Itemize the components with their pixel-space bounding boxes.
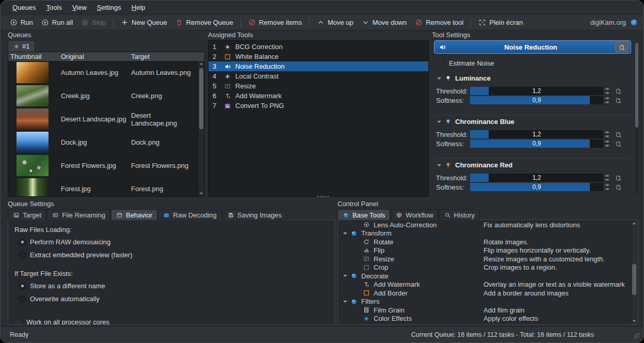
fullscreen-button[interactable]: Plein écran	[474, 17, 527, 28]
queues-scrollbar[interactable]	[198, 61, 204, 196]
scroll-down-arrow-icon[interactable]	[198, 191, 204, 196]
tool-reset-button[interactable]	[615, 42, 629, 52]
remove-items-button[interactable]: Remove items	[244, 17, 306, 28]
spinbox-arrows[interactable]	[604, 174, 610, 182]
remove-queue-button[interactable]: Remove Queue	[171, 17, 237, 28]
menu-item-settings[interactable]: Settings	[92, 2, 126, 13]
spin-up-icon[interactable]	[604, 139, 610, 144]
param-slider[interactable]: 1,2	[470, 130, 603, 138]
tab-workflow[interactable]: Workflow	[391, 209, 438, 220]
scrollbar-thumb[interactable]	[632, 264, 636, 295]
spin-down-icon[interactable]	[604, 144, 610, 148]
tree-item-add-watermark[interactable]: Add WatermarkOverlay an image or text as…	[339, 280, 631, 289]
spinbox-arrows[interactable]	[604, 130, 610, 138]
menu-item-help[interactable]: Help	[127, 2, 150, 13]
scrollbar-thumb[interactable]	[635, 43, 638, 128]
scroll-up-arrow-icon[interactable]	[631, 221, 637, 226]
tree-item-resize[interactable]: ResizeResize images with a customized le…	[339, 255, 631, 263]
scroll-up-arrow-icon[interactable]	[198, 61, 204, 67]
section-header[interactable]: Luminance	[437, 74, 631, 82]
move-up-button[interactable]: Move up	[313, 17, 358, 28]
tab-target[interactable]: Target	[8, 209, 46, 220]
tab-base-tools[interactable]: Base Tools	[337, 209, 390, 220]
assigned-tool-local-contrast[interactable]: 4Local Contrast	[208, 71, 428, 81]
resize-grip-icon[interactable]	[634, 333, 640, 339]
radio-button[interactable]	[19, 283, 26, 290]
tool-settings-scrollbar[interactable]	[635, 43, 638, 194]
queue-tab-1[interactable]: #1	[8, 40, 35, 52]
remove-tool-button[interactable]: Remove tool	[411, 17, 468, 28]
tab-label: Saving Images	[237, 211, 282, 219]
table-row[interactable]: Forest Flowers.jpgForest Flowers.png	[8, 154, 198, 177]
table-row[interactable]: Desert Landscape.jpgDesert Landscape.png	[8, 107, 198, 131]
assigned-tool-noise-reduction[interactable]: 3Noise Reduction	[208, 61, 428, 71]
splitter-handle[interactable]	[316, 195, 330, 198]
tab-history[interactable]: History	[439, 209, 480, 220]
spin-down-icon[interactable]	[604, 187, 610, 191]
tree-group-decorate[interactable]: Decorate	[339, 272, 631, 280]
spin-down-icon[interactable]	[604, 134, 610, 138]
menu-item-queues[interactable]: Queues	[8, 2, 41, 13]
tab-raw-decoding[interactable]: Raw Decoding	[158, 209, 222, 220]
spin-down-icon[interactable]	[604, 91, 610, 95]
tree-item-lens-auto-correction[interactable]: Lens Auto-CorrectionFix automatically le…	[339, 221, 631, 229]
control-panel-scrollbar[interactable]	[631, 221, 637, 324]
move-down-button[interactable]: Move down	[358, 17, 411, 28]
spin-down-icon[interactable]	[604, 100, 610, 104]
table-row[interactable]: Forest.jpgForest.png	[8, 177, 198, 196]
tree-item-rotate[interactable]: RotateRotate images.	[339, 238, 631, 246]
spinbox-arrows[interactable]	[604, 183, 610, 191]
tab-behavior[interactable]: Behavior	[111, 209, 157, 220]
tree-group-transform[interactable]: Transform	[339, 229, 631, 238]
param-slider[interactable]: 0,9	[470, 96, 603, 104]
tree-item-add-border[interactable]: Add BorderAdd a border around images	[339, 289, 631, 298]
assigned-tool-add-watermark[interactable]: 6Add Watermark	[208, 91, 428, 101]
tree-item-film-grain[interactable]: Film GrainAdd film grain	[339, 306, 631, 315]
param-slider[interactable]: 1,2	[470, 87, 603, 95]
param-slider[interactable]: 0,9	[470, 183, 603, 191]
watermark-icon	[224, 92, 231, 100]
spinbox-arrows[interactable]	[604, 139, 610, 148]
estimate-noise-checkbox[interactable]	[437, 59, 445, 67]
menu-item-tools[interactable]: Tools	[42, 2, 67, 13]
spinbox-arrows[interactable]	[604, 96, 610, 104]
table-row[interactable]: Creek.jpgCreek.png	[8, 84, 198, 107]
section-header[interactable]: Chrominance Red	[437, 161, 631, 169]
run-button[interactable]: Run	[6, 17, 37, 28]
assigned-tool-convert-to-png[interactable]: 7Convert To PNG	[208, 101, 428, 111]
new-queue-button[interactable]: New Queue	[117, 17, 171, 28]
tree-item-crop[interactable]: CropCrop images to a region.	[339, 263, 631, 272]
spin-up-icon[interactable]	[604, 96, 610, 100]
spin-down-icon[interactable]	[604, 178, 610, 182]
assigned-tool-bcg-correction[interactable]: 1BCG Correction	[208, 42, 428, 52]
tab-saving-images[interactable]: Saving Images	[222, 209, 287, 220]
table-row[interactable]: Dock.jpgDock.png	[8, 131, 198, 154]
param-slider[interactable]: 1,2	[470, 174, 603, 182]
caret-down-icon[interactable]	[343, 301, 347, 305]
scrollbar-thumb[interactable]	[199, 68, 203, 129]
run-all-button[interactable]: Run all	[37, 17, 77, 28]
assigned-tool-resize[interactable]: 5Resize	[208, 81, 428, 91]
param-slider[interactable]: 0,9	[470, 139, 603, 148]
spin-up-icon[interactable]	[604, 130, 610, 134]
radio-button[interactable]	[19, 295, 26, 303]
reset-default-icon	[615, 184, 622, 191]
spinbox-arrows[interactable]	[604, 87, 610, 95]
radio-button[interactable]	[19, 252, 26, 259]
tree-group-filters[interactable]: Filters	[339, 298, 631, 306]
tree-item-flip[interactable]: FlipFlip images horizontally or vertical…	[339, 246, 631, 255]
tree-item-color-effects[interactable]: Color EffectsApply color effects	[339, 315, 631, 323]
spin-up-icon[interactable]	[604, 174, 610, 178]
section-header[interactable]: Chrominance Blue	[437, 118, 631, 126]
scroll-down-arrow-icon[interactable]	[631, 318, 637, 324]
spin-up-icon[interactable]	[604, 87, 610, 91]
tab-file-renaming[interactable]: File Renaming	[47, 209, 110, 220]
assigned-tool-white-balance[interactable]: 2White Balance	[208, 52, 428, 61]
caret-down-icon[interactable]	[343, 232, 347, 237]
spin-up-icon[interactable]	[604, 183, 610, 187]
cores-checkbox[interactable]	[14, 318, 22, 325]
table-row[interactable]: Autumn Leaves.jpgAutumn Leaves.png	[8, 61, 198, 84]
radio-button[interactable]	[19, 239, 26, 246]
menu-item-view[interactable]: View	[68, 2, 91, 13]
caret-down-icon[interactable]	[343, 275, 347, 279]
